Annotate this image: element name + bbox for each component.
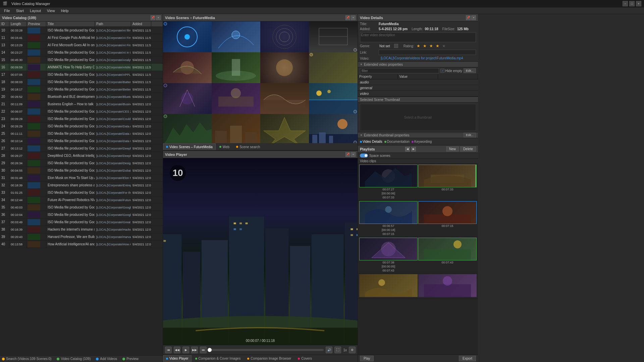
scene-thumb-4[interactable] — [309, 21, 358, 52]
space-scenes-switch[interactable] — [360, 154, 368, 158]
details-pin-button[interactable]: 📌 — [466, 15, 471, 20]
table-row[interactable]: 18 00:08:03 ISO Media file produced by G… — [0, 78, 163, 86]
menu-help[interactable]: Help — [58, 8, 71, 13]
status-catalog[interactable]: Video Catalog (109) — [57, 357, 91, 361]
table-row[interactable]: 26 00:10:14 ISO Media file produced by G… — [0, 137, 163, 145]
player-fullscreen[interactable]: ⛶ — [334, 347, 341, 353]
status-preview[interactable]: Preview — [122, 357, 139, 361]
player-pin-button[interactable]: 📌 — [345, 152, 350, 157]
menu-layout[interactable]: Layout — [27, 8, 44, 13]
tab-web[interactable]: Web — [216, 143, 232, 150]
maximize-button[interactable]: □ — [629, 1, 635, 6]
player-next-frame[interactable]: ▶▶ — [191, 347, 198, 353]
description-field[interactable]: Enter video description — [360, 32, 476, 42]
tab-image-browser[interactable]: Companion Image Browser — [244, 355, 294, 362]
scene-thumb-5[interactable] — [163, 52, 212, 83]
table-row[interactable]: 30 00:04:55 ISO Media file produced by G… — [0, 167, 163, 174]
table-row[interactable]: 29 00:26:34 ISO Media file produced by G… — [0, 160, 163, 167]
minimize-button[interactable]: − — [623, 1, 628, 6]
menu-file[interactable]: File — [1, 8, 13, 13]
table-row[interactable]: 28 00:26:27 DeepMind CEO, Artificial Int… — [0, 152, 163, 160]
clip-item-4[interactable]: 00:07:15 — [418, 201, 477, 236]
filter-input[interactable] — [360, 68, 439, 73]
status-add[interactable]: Add Videos — [96, 357, 117, 361]
clip-item-5[interactable]: 00:07:38 [00:00:05] 00:07:43 — [359, 238, 418, 273]
player-prev-frame[interactable]: ◀◀ — [174, 347, 180, 353]
extended-props-divider[interactable]: ▼ Extended video properties — [358, 61, 478, 67]
close-button[interactable]: × — [636, 1, 641, 6]
clip-item-7[interactable] — [359, 274, 418, 298]
scenes-close-button[interactable]: × — [351, 15, 356, 20]
scene-thumb-7[interactable] — [260, 52, 309, 83]
status-search[interactable]: Search (Videos:109 Scenes:0) — [2, 357, 51, 361]
edit-button-2[interactable]: Edit... — [464, 133, 476, 137]
scene-thumb-14[interactable] — [212, 114, 260, 143]
scene-thumb-10[interactable] — [212, 83, 260, 114]
player-play[interactable]: ▶ — [182, 347, 189, 353]
catalog-pin-button[interactable]: 📌 — [151, 15, 155, 20]
table-row[interactable]: 24 00:26:29 ISO Media file produced by G… — [0, 123, 163, 130]
thumbnail-placeholder[interactable]: Select a thumbnail — [360, 104, 476, 131]
table-row[interactable]: 33 01:01:25 ISO Media file produced by G… — [0, 189, 163, 196]
star-4[interactable]: ★ — [436, 44, 439, 48]
scene-thumb-8[interactable] — [309, 52, 358, 83]
clip-item-6[interactable]: 00:07:43 — [418, 238, 477, 273]
table-row[interactable]: 11 00:15:41 AI First Google Puts Artific… — [0, 34, 163, 42]
table-row[interactable]: 37 00:03:49 ISO Media file produced by G… — [0, 219, 163, 226]
table-row[interactable]: 14 00:23:27 ISO Media file produced by G… — [0, 49, 163, 56]
extended-thumb-divider[interactable]: ▼ Extended thumbnail properties Edit... — [358, 132, 478, 138]
scene-thumb-16[interactable] — [309, 114, 358, 143]
table-row[interactable]: 31 00:31:48 Elon Musk on How To Start Up… — [0, 174, 163, 182]
playlists-expand[interactable]: ▶ — [411, 147, 416, 152]
star-5[interactable]: ★ — [442, 44, 446, 48]
clip-item-2[interactable]: 00:07:33 — [418, 165, 477, 199]
clip-item-1[interactable]: 00:07:27 [00:00:06] 00:07:33 — [359, 165, 418, 199]
clip-item-3[interactable]: 00:06:57 [00:00:18] 00:07:15 — [359, 201, 418, 236]
table-row[interactable]: 34 00:12:44 Future AI-Powered Robotics N… — [0, 196, 163, 204]
scene-thumb-1[interactable] — [163, 21, 212, 52]
table-row[interactable]: 15 00:45:30 ISO Media file produced by G… — [0, 56, 163, 64]
export-button[interactable]: Export — [459, 356, 476, 361]
scene-thumb-9[interactable] — [163, 83, 212, 114]
clip-item-8[interactable] — [418, 274, 477, 298]
table-row[interactable]: 27 00:13:12 ISO Media file produced by G… — [0, 145, 163, 152]
player-skip-start[interactable]: ⏮ — [165, 347, 172, 353]
menu-start[interactable]: Start — [13, 8, 26, 13]
edit-button-1[interactable]: Edit... — [464, 68, 476, 73]
table-row[interactable]: 40 00:13:58 How Artificial Intelligence/… — [0, 241, 163, 248]
player-video[interactable]: 10 00:00:07 / 00:11:18 — [163, 158, 358, 345]
scene-thumb-11[interactable] — [260, 83, 309, 114]
scenes-pin-button[interactable]: 📌 — [345, 15, 350, 20]
player-volume[interactable]: 🔊 — [326, 347, 332, 353]
star-1[interactable]: ★ — [417, 44, 420, 48]
detail-tab-video[interactable]: Video Details — [360, 140, 382, 143]
table-row[interactable]: 13 00:13:29 AI First Microsoft Goes All … — [0, 42, 163, 49]
playlist-delete-button[interactable]: Delete — [460, 146, 476, 152]
genre-dropdown[interactable] — [394, 44, 398, 48]
player-close-button[interactable]: × — [351, 152, 356, 157]
star-2[interactable]: ★ — [423, 44, 427, 48]
scene-thumb-13[interactable] — [163, 114, 212, 143]
scene-thumb-15[interactable] — [260, 114, 309, 143]
link-input[interactable] — [379, 50, 476, 55]
tab-scene-search[interactable]: Scene search — [233, 143, 263, 150]
hide-empty-checkbox[interactable] — [440, 69, 444, 73]
table-row[interactable]: 36 00:10:04 ISO Media file produced by G… — [0, 211, 163, 219]
table-row[interactable]: 21 00:11:09 Business English – How to ta… — [0, 101, 163, 108]
table-row[interactable]: 23 00:09:29 ISO Media file produced by G… — [0, 115, 163, 123]
scene-thumb-2[interactable] — [212, 21, 260, 52]
play-button[interactable]: Play — [360, 356, 374, 361]
table-row[interactable]: 10 00:33:28 ISO Media file produced by G… — [0, 27, 163, 34]
table-row[interactable]: 19 00:18:17 ISO Media file produced by G… — [0, 86, 163, 93]
table-row[interactable]: 16 00:09:59 ANIMATE How To Help Every Ch… — [0, 64, 163, 71]
scene-thumb-12[interactable] — [309, 83, 358, 114]
star-3[interactable]: ★ — [429, 44, 433, 48]
table-row[interactable]: 25 00:11:11 ISO Media file produced by G… — [0, 130, 163, 137]
player-settings[interactable]: ⚙ — [349, 347, 356, 353]
menu-view[interactable]: View — [44, 8, 58, 13]
player-skip-end[interactable]: ⏭ — [200, 347, 207, 353]
table-row[interactable]: 17 00:07:06 ISO Media file produced by G… — [0, 71, 163, 78]
tab-companion[interactable]: Companion & Cover Images — [192, 355, 244, 362]
scene-thumb-3[interactable] — [260, 21, 309, 52]
table-row[interactable]: 22 00:06:07 ISO Media file produced by G… — [0, 108, 163, 115]
